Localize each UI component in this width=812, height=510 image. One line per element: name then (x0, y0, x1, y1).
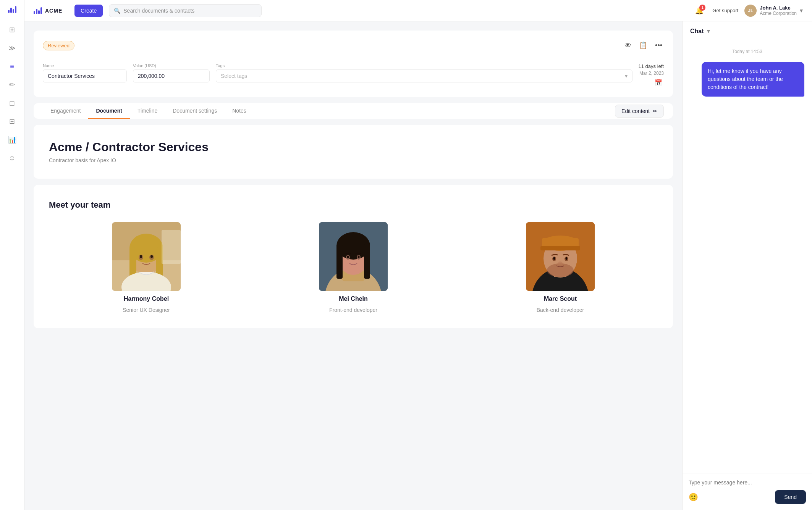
svg-point-11 (140, 255, 142, 258)
harmony-photo (112, 222, 181, 291)
body-layout: Reviewed 👁 📋 ••• Name Value (USD) (24, 21, 812, 510)
team-section-title: Meet your team (49, 200, 658, 210)
sidebar-item-analytics[interactable]: 📊 (5, 132, 20, 147)
emoji-button[interactable]: 🙂 (689, 492, 698, 502)
expiry-date: Mar 2, 2023 (639, 71, 664, 76)
svg-rect-6 (129, 247, 136, 278)
tabs-card: Engagement Document Timeline Document se… (34, 103, 673, 119)
value-field: Value (USD) (133, 63, 210, 82)
notifications-button[interactable]: 🔔 1 (692, 4, 706, 18)
mei-name: Mei Chein (339, 295, 368, 302)
days-left-section: 11 days left Mar 2, 2023 📅 (639, 63, 664, 88)
user-org: Acme Corporation (760, 11, 797, 16)
team-grid: Harmony Cobel Senior UX Designer (49, 222, 658, 313)
avatar: JL (744, 5, 757, 17)
chat-input[interactable] (689, 479, 806, 486)
edit-content-button[interactable]: Edit content ✏ (615, 105, 664, 118)
brand-name: ACME (45, 8, 62, 14)
calendar-icon-button[interactable]: 📅 (653, 77, 664, 88)
svg-point-12 (150, 255, 153, 258)
navbar: ACME Create 🔍 Search documents & contact… (24, 0, 812, 21)
main-wrapper: ACME Create 🔍 Search documents & contact… (24, 0, 812, 510)
chat-body: Today at 14:53 Hi, let me know if you ha… (683, 41, 812, 473)
marc-name: Marc Scout (544, 295, 577, 302)
get-support-link[interactable]: Get support (712, 8, 738, 13)
team-member-harmony: Harmony Cobel Senior UX Designer (49, 222, 244, 313)
notification-badge: 1 (699, 5, 705, 11)
logo (8, 6, 16, 13)
chat-timestamp: Today at 14:53 (690, 49, 804, 54)
sidebar-item-contacts[interactable]: ☺ (5, 150, 20, 166)
days-left-text: 11 days left (639, 63, 664, 69)
sidebar-item-edit[interactable]: ✏ (5, 77, 20, 92)
document-meta-card: Reviewed 👁 📋 ••• Name Value (USD) (34, 31, 673, 97)
svg-rect-35 (540, 246, 580, 250)
logo-icon (34, 7, 42, 14)
marc-photo (526, 222, 595, 291)
chevron-down-icon: ▾ (800, 7, 803, 14)
svg-point-26 (347, 256, 349, 258)
harmony-name: Harmony Cobel (124, 295, 169, 302)
send-button[interactable]: Send (775, 490, 806, 504)
svg-rect-13 (162, 230, 181, 264)
value-input[interactable] (133, 69, 210, 82)
pen-icon: ✏ (653, 108, 657, 114)
more-options-button[interactable]: ••• (653, 40, 664, 51)
mei-photo (319, 222, 388, 291)
search-bar[interactable]: 🔍 Search documents & contacts (109, 4, 262, 17)
name-input[interactable] (43, 69, 127, 82)
chat-panel: Chat ▾ Today at 14:53 Hi, let me know if… (682, 21, 812, 510)
svg-point-41 (558, 261, 563, 265)
tab-timeline[interactable]: Timeline (130, 103, 165, 119)
brand: ACME (34, 7, 62, 14)
tags-select[interactable]: Select tags ▾ (216, 69, 632, 82)
sidebar-item-dashboard[interactable]: ⊞ (5, 22, 20, 37)
name-field: Name (43, 63, 127, 82)
svg-rect-21 (336, 244, 343, 279)
team-member-mei: Mei Chein Front-end developer (256, 222, 451, 313)
sidebar: ⊞ ≫ ≡ ✏ ◻ ⊟ 📊 ☺ (0, 0, 24, 510)
document-subtitle: Contractor basis for Apex IO (49, 157, 658, 163)
chat-title: Chat (690, 28, 704, 35)
reviewed-badge: Reviewed (43, 41, 74, 50)
mei-role: Front-end developer (329, 307, 377, 313)
chat-message: Hi, let me know if you have any question… (702, 62, 804, 97)
doc-top-row: Reviewed 👁 📋 ••• (43, 40, 664, 57)
tab-document[interactable]: Document (88, 103, 129, 119)
sidebar-item-layers[interactable]: ⊟ (5, 114, 20, 129)
user-info[interactable]: JL John A. Lake Acme Corporation ▾ (744, 5, 803, 17)
doc-header-actions: 👁 📋 ••• (623, 40, 664, 51)
team-card: Meet your team (34, 185, 673, 328)
team-member-marc: Marc Scout Back-end developer (463, 222, 658, 313)
tags-chevron-icon: ▾ (625, 73, 628, 79)
document-title-card: Acme / Contractor Services Contractor ba… (34, 125, 673, 179)
user-text: John A. Lake Acme Corporation (760, 5, 797, 16)
tags-label: Tags (216, 63, 632, 68)
share-icon-button[interactable]: 📋 (637, 40, 649, 51)
sidebar-item-objects[interactable]: ◻ (5, 95, 20, 111)
tab-engagement[interactable]: Engagement (43, 103, 88, 119)
brand-icon (8, 6, 16, 13)
svg-point-40 (566, 257, 568, 260)
document-title: Acme / Contractor Services (49, 140, 658, 154)
sidebar-item-documents[interactable]: ≡ (5, 59, 20, 74)
svg-rect-23 (352, 238, 354, 253)
document-area: Reviewed 👁 📋 ••• Name Value (USD) (24, 21, 682, 510)
svg-point-36 (547, 263, 574, 277)
view-icon-button[interactable]: 👁 (623, 40, 633, 51)
sidebar-item-navigation[interactable]: ≫ (5, 40, 20, 56)
chat-actions: 🙂 Send (689, 490, 806, 504)
doc-meta-row: Name Value (USD) Tags Select tags ▾ (43, 63, 664, 88)
svg-point-39 (553, 257, 555, 260)
chat-chevron-icon[interactable]: ▾ (707, 27, 710, 35)
search-placeholder: Search documents & contacts (123, 8, 194, 14)
chat-footer: 🙂 Send (683, 473, 812, 510)
tab-document-settings[interactable]: Document settings (165, 103, 225, 119)
value-label: Value (USD) (133, 63, 210, 68)
svg-rect-22 (364, 244, 370, 279)
create-button[interactable]: Create (74, 5, 103, 17)
marc-role: Back-end developer (537, 307, 584, 313)
tab-notes[interactable]: Notes (225, 103, 254, 119)
support-label: Get support (712, 8, 738, 13)
navbar-right: 🔔 1 Get support JL John A. Lake Acme Cor… (692, 4, 803, 18)
